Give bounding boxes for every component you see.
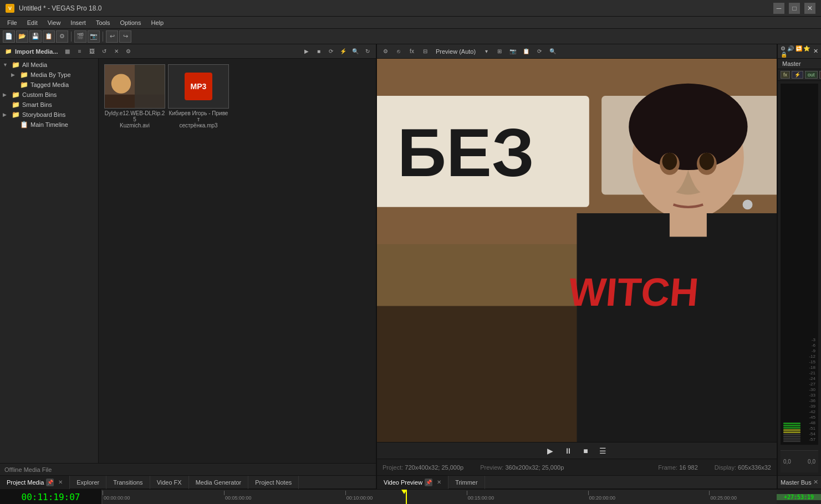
- media-status-bar: Offline Media File: [0, 463, 376, 475]
- tab-label: Project Notes: [255, 479, 292, 486]
- pm-stop-btn[interactable]: ■: [313, 46, 324, 57]
- preview-zoom-in[interactable]: 🔍: [547, 46, 558, 57]
- close-button[interactable]: ✕: [804, 3, 815, 14]
- vu-label: -3: [812, 337, 815, 342]
- master-fx-btn[interactable]: fx: [781, 71, 790, 79]
- tab-project-notes[interactable]: Project Notes: [248, 476, 299, 489]
- preview-fx-btn[interactable]: fx: [406, 46, 417, 57]
- tab-close-icon[interactable]: ✕: [437, 479, 441, 485]
- preview-tabs: Video Preview 📌 ✕ Trimmer: [377, 475, 777, 488]
- menu-item-help[interactable]: Help: [146, 18, 168, 27]
- tab-project-media[interactable]: Project Media 📌 ✕: [0, 476, 70, 489]
- tab-video-preview[interactable]: Video Preview 📌 ✕: [377, 476, 448, 489]
- media-status-text: Offline Media File: [4, 466, 52, 473]
- master-bus-footer: Master Bus ✕: [778, 475, 821, 488]
- preview-ext-btn[interactable]: ⎋: [393, 46, 404, 57]
- menu-item-options[interactable]: Options: [116, 18, 146, 27]
- tree-item-main-timeline[interactable]: 📋 Main Timeline: [0, 120, 98, 130]
- tab-transitions[interactable]: Transitions: [106, 476, 150, 489]
- preview-copy-btn[interactable]: 📋: [521, 46, 532, 57]
- tab-label: Media Generator: [196, 479, 242, 486]
- main-area: 📁 Import Media... ▦ ≡ 🖼 ↺ ✕ ⚙ ▶ ■ ⟳ ⚡ 🔍 …: [0, 44, 821, 488]
- project-label: Project:: [383, 464, 403, 471]
- tab-trimmer[interactable]: Trimmer: [448, 476, 485, 489]
- preview-restore-btn[interactable]: ⟳: [534, 46, 545, 57]
- media-item-video[interactable]: Dyldy.e12.WEB-DLRip.25Kuzmich.avi: [104, 64, 165, 128]
- vu-label: -15: [809, 359, 815, 364]
- svg-rect-13: [577, 213, 777, 442]
- pm-more-btn[interactable]: ↻: [362, 46, 373, 57]
- vu-segment: [783, 427, 800, 429]
- pm-grid-btn[interactable]: ▦: [62, 46, 73, 57]
- tab-media-generator[interactable]: Media Generator: [189, 476, 249, 489]
- tab-close-icon[interactable]: ✕: [58, 479, 63, 485]
- render-button[interactable]: 🎬: [74, 30, 86, 43]
- media-item-audio[interactable]: MP3 Кибирев Игорь - Приветсестрёнка.mp3: [168, 64, 229, 128]
- tree-item-label: Smart Bins: [22, 101, 52, 108]
- new-button[interactable]: 📄: [3, 30, 15, 43]
- minimize-button[interactable]: ─: [773, 3, 784, 14]
- preview-settings-btn[interactable]: ⚙: [380, 46, 391, 57]
- master-out-btn[interactable]: out: [805, 71, 818, 79]
- ruler-mark-3: 00:15:00:00: [467, 491, 494, 501]
- pm-refresh-btn[interactable]: ↺: [99, 46, 110, 57]
- vu-left-channel: [783, 423, 800, 442]
- menu-item-view[interactable]: View: [43, 18, 65, 27]
- redo-button[interactable]: ↪: [119, 30, 131, 43]
- vu-labels: -3 -6 -9 -12 -15 -18 -21 -24 -27 -30 -33…: [802, 337, 815, 442]
- pm-play-btn[interactable]: ▶: [301, 46, 312, 57]
- tab-explorer[interactable]: Explorer: [70, 476, 106, 489]
- tab-pin-icon[interactable]: 📌: [46, 479, 54, 486]
- preview-mode-dropdown[interactable]: ▾: [481, 46, 492, 57]
- play-button[interactable]: ▶: [544, 445, 557, 456]
- properties-button[interactable]: ⚙: [56, 30, 68, 43]
- tab-pin-icon[interactable]: 📌: [425, 479, 432, 486]
- project-media-toolbar: 📁 Import Media... ▦ ≡ 🖼 ↺ ✕ ⚙ ▶ ■ ⟳ ⚡ 🔍 …: [0, 44, 376, 59]
- menu-item-tools[interactable]: Tools: [91, 18, 115, 27]
- vu-label: -12: [809, 354, 815, 359]
- pm-list-btn[interactable]: ≡: [74, 46, 85, 57]
- tree-item-smart-bins[interactable]: 📁 Smart Bins: [0, 100, 98, 110]
- ruler-label: 00:25:00:00: [710, 495, 737, 501]
- vol-left-value: 0,0: [783, 459, 791, 465]
- master-env-btn[interactable]: ⚡: [792, 71, 803, 79]
- tree-item-custom-bins[interactable]: ▶ 📁 Custom Bins: [0, 90, 98, 100]
- undo-button[interactable]: ↩: [106, 30, 118, 43]
- tree-item-storyboard-bins[interactable]: ▶ 📁 Storyboard Bins: [0, 110, 98, 120]
- menu-item-edit[interactable]: Edit: [23, 18, 42, 27]
- menu-item-insert[interactable]: Insert: [66, 18, 90, 27]
- maximize-button[interactable]: □: [789, 3, 800, 14]
- svg-point-2: [111, 74, 131, 93]
- pm-remove-btn[interactable]: ✕: [111, 46, 122, 57]
- vu-segment-empty: [783, 434, 800, 435]
- save-as-button[interactable]: 📋: [43, 30, 55, 43]
- tree-item-all-media[interactable]: ▼ 📁 All Media: [0, 60, 98, 70]
- pm-auto-btn[interactable]: ⚡: [338, 46, 349, 57]
- master-close-btn[interactable]: ✕: [813, 48, 818, 55]
- pm-loop-btn[interactable]: ⟳: [325, 46, 336, 57]
- ruler-label: 00:10:00:00: [346, 495, 373, 501]
- preview-grid-btn[interactable]: ⊞: [494, 46, 505, 57]
- stop-button[interactable]: ■: [580, 445, 591, 456]
- preview-split-btn[interactable]: ⊟: [420, 46, 431, 57]
- ruler-tick: [224, 491, 225, 495]
- menu-button[interactable]: ☰: [596, 445, 610, 456]
- menu-item-file[interactable]: File: [3, 18, 22, 27]
- pm-zoom-btn[interactable]: 🔍: [350, 46, 361, 57]
- master-bus-close-btn[interactable]: ✕: [813, 479, 818, 486]
- master-ai-btn[interactable]: AI: [819, 71, 821, 79]
- tree-item-media-by-type[interactable]: ▶ 📁 Media By Type: [0, 70, 98, 80]
- pause-button[interactable]: ⏸: [561, 445, 575, 456]
- open-button[interactable]: 📂: [16, 30, 28, 43]
- tab-label: Video FX: [157, 479, 182, 486]
- preview-label: Preview:: [480, 464, 503, 471]
- tree-item-tagged-media[interactable]: 📁 Tagged Media: [0, 80, 98, 90]
- pm-settings-btn[interactable]: ⚙: [123, 46, 134, 57]
- tab-video-fx[interactable]: Video FX: [150, 476, 189, 489]
- timeline-ruler[interactable]: 00:00:00:00 00:05:00:00 00:10:00:00 00:1…: [103, 490, 777, 505]
- preview-snap-btn[interactable]: 📷: [507, 46, 518, 57]
- pm-details-btn[interactable]: 🖼: [86, 46, 98, 57]
- save-button[interactable]: 💾: [29, 30, 42, 43]
- capture-button[interactable]: 📷: [88, 30, 100, 43]
- vu-label: -36: [809, 398, 815, 403]
